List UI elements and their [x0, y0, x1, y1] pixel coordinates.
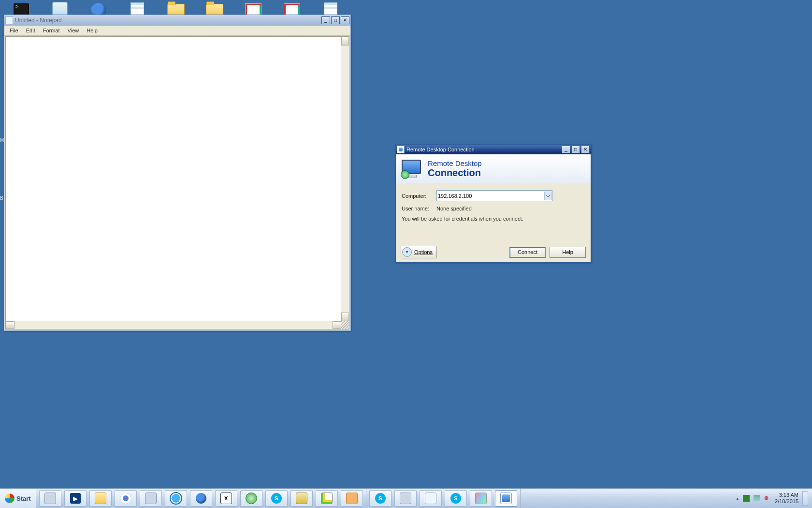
task-services[interactable]	[394, 490, 417, 507]
rdc-title: Remote Desktop Connection	[406, 147, 562, 152]
rdc-banner-line1: Remote Desktop	[428, 159, 482, 167]
menu-format[interactable]: Format	[40, 27, 63, 34]
horizontal-scrollbar[interactable]	[6, 321, 341, 329]
taskbar-lock-icon[interactable]	[290, 490, 313, 507]
taskbar-xming-icon[interactable]: X	[215, 490, 237, 507]
notepad-titlebar[interactable]: Untitled - Notepad _ □ ✕	[4, 15, 350, 26]
quick-launch: ▶ X S	[36, 489, 366, 508]
taskbar-chrome-icon[interactable]	[115, 490, 137, 507]
task-notepad[interactable]	[420, 490, 442, 507]
taskbar-outlook-icon[interactable]	[341, 490, 363, 507]
computer-label: Computer:	[402, 193, 436, 199]
notepad-textarea[interactable]	[6, 37, 341, 321]
menu-file[interactable]: File	[6, 27, 22, 34]
notepad-close-button[interactable]: ✕	[341, 16, 349, 24]
taskbar-chart-icon[interactable]	[316, 490, 338, 507]
tray-expand-icon[interactable]: ▴	[736, 495, 739, 502]
tray-alert-icon[interactable]: ⊗	[764, 495, 771, 502]
options-label: Options	[414, 249, 433, 255]
clock-time: 3:13 AM	[775, 492, 798, 498]
task-skype-2[interactable]: S	[445, 490, 467, 507]
notepad-maximize-button[interactable]: □	[331, 16, 340, 24]
notepad-client-area	[5, 36, 349, 329]
computer-input[interactable]	[436, 190, 552, 201]
notepad-title: Untitled - Notepad	[15, 17, 321, 24]
task-skype[interactable]: S	[369, 490, 392, 507]
taskbar-skype-icon[interactable]: S	[265, 490, 288, 507]
taskbar-powershell-icon[interactable]: ▶	[64, 490, 87, 507]
rdc-banner-line2: Connection	[428, 167, 482, 179]
task-buttons: S S	[366, 489, 521, 508]
rdc-app-icon	[397, 146, 405, 153]
windows-orb-icon	[5, 493, 14, 503]
system-tray: ▴ ⊗ 3:13 AM 2/18/2015	[732, 489, 812, 508]
taskbar-windows-flag-icon[interactable]	[140, 490, 162, 507]
scroll-down-button[interactable]	[341, 313, 349, 321]
scroll-right-button[interactable]	[333, 321, 341, 329]
notepad-menubar: File Edit Format View Help	[4, 26, 350, 36]
chevron-down-icon: ▼	[402, 247, 412, 257]
remote-desktop-window[interactable]: Remote Desktop Connection _ □ ✕ Remote D…	[395, 144, 591, 263]
rdc-titlebar[interactable]: Remote Desktop Connection _ □ ✕	[396, 145, 591, 154]
taskbar-explorer-icon[interactable]	[89, 490, 112, 507]
taskbar-clock[interactable]: 3:13 AM 2/18/2015	[775, 492, 798, 504]
task-paint[interactable]	[470, 490, 492, 507]
rdc-close-button[interactable]: ✕	[581, 146, 590, 153]
help-button[interactable]: Help	[550, 247, 586, 258]
show-desktop-button[interactable]	[802, 491, 808, 506]
rdc-maximize-button[interactable]: □	[571, 146, 580, 153]
task-remote-desktop[interactable]	[495, 490, 517, 507]
menu-edit[interactable]: Edit	[23, 27, 39, 34]
notepad-app-icon	[5, 16, 13, 24]
connect-button[interactable]: Connect	[509, 247, 546, 258]
menu-view[interactable]: View	[64, 27, 83, 34]
desktop[interactable]: MB Untitled - Notepad _ □ ✕ File Edit Fo…	[0, 0, 812, 508]
notepad-minimize-button[interactable]: _	[321, 16, 330, 24]
credentials-hint: You will be asked for credentials when y…	[402, 216, 585, 222]
clock-date: 2/18/2015	[775, 498, 798, 505]
rdc-banner: Remote Desktop Connection	[396, 154, 591, 184]
username-value: None specified	[436, 206, 472, 211]
taskbar-refresh-icon[interactable]	[240, 490, 262, 507]
menu-help[interactable]: Help	[83, 27, 101, 34]
start-label: Start	[16, 495, 31, 502]
rdc-banner-monitor-icon	[402, 160, 422, 178]
rdc-minimize-button[interactable]: _	[562, 146, 570, 153]
taskbar: Start ▶ X S S S ▴	[0, 488, 812, 508]
taskbar-printer-icon[interactable]	[39, 490, 61, 507]
tray-safely-remove-icon[interactable]	[743, 495, 750, 502]
taskbar-ie-icon[interactable]	[165, 490, 187, 507]
username-label: User name:	[402, 206, 436, 211]
rdc-body: Computer: User name: None specified You …	[396, 183, 591, 262]
taskbar-firefox-icon[interactable]	[190, 490, 212, 507]
vertical-scrollbar[interactable]	[341, 37, 349, 321]
resize-grip[interactable]	[341, 321, 349, 329]
start-button[interactable]: Start	[0, 489, 36, 508]
scroll-left-button[interactable]	[6, 321, 14, 329]
tray-network-icon[interactable]	[754, 495, 760, 502]
notepad-window[interactable]: Untitled - Notepad _ □ ✕ File Edit Forma…	[4, 15, 351, 331]
scroll-up-button[interactable]	[341, 37, 349, 45]
options-button[interactable]: ▼ Options	[401, 246, 437, 258]
